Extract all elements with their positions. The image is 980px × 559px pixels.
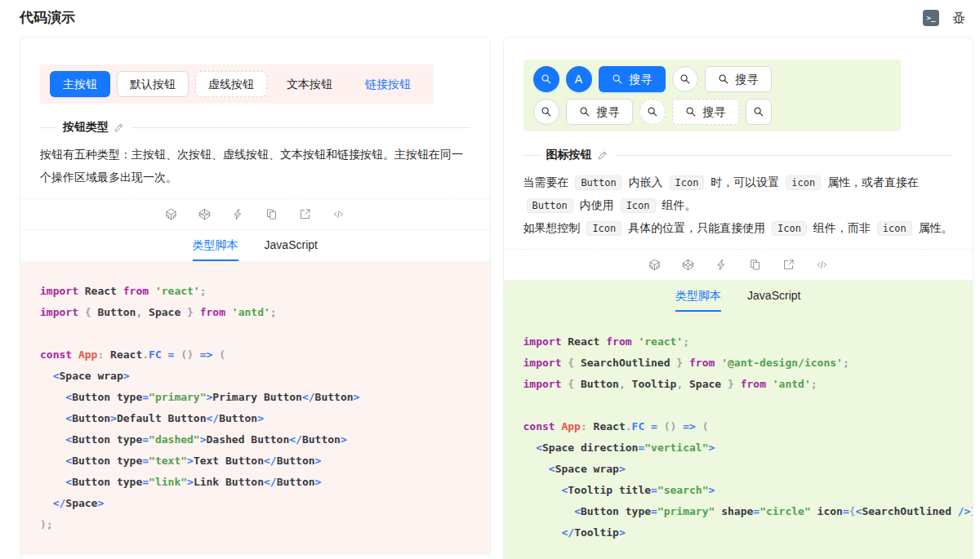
default-circle-search-button[interactable] xyxy=(533,99,559,125)
code-line: const App: React.FC = () => ( xyxy=(40,344,470,366)
inline-code: Button xyxy=(527,198,573,213)
demo-actions xyxy=(504,249,973,280)
code-line: <Button>Default Button</Button> xyxy=(40,408,470,429)
primary-circle-search-button[interactable] xyxy=(533,66,559,92)
inline-code: Button xyxy=(575,175,621,190)
search-icon xyxy=(685,106,697,118)
codesandbox-icon[interactable] xyxy=(165,208,177,220)
search-icon xyxy=(579,106,590,118)
inline-code: Icon xyxy=(586,221,621,236)
code-line: <Button type="text">Text Button</Button> xyxy=(40,450,470,472)
code-line: <Button type="primary" shape="circle" ic… xyxy=(523,501,954,522)
button-label: 主按钮 xyxy=(63,78,97,90)
copy-icon[interactable] xyxy=(749,259,761,271)
code-block-typescript: import React from 'react';import { Searc… xyxy=(504,312,973,559)
page-header: 代码演示 >_ xyxy=(0,0,980,37)
primary-circle-a-button[interactable]: A xyxy=(566,66,592,92)
tab-typescript[interactable]: 类型脚本 xyxy=(675,281,721,312)
dashed-button[interactable]: 虚线按钮 xyxy=(195,71,267,97)
code-icon[interactable] xyxy=(816,259,828,271)
inline-code: Icon xyxy=(621,198,656,213)
dashed-search-button[interactable]: 搜寻 xyxy=(672,99,739,125)
code-line: <Tooltip title="search"> xyxy=(523,480,954,501)
inline-code: icon xyxy=(786,175,821,190)
button-label: 搜寻 xyxy=(736,73,759,85)
dashed-circle-search-button[interactable] xyxy=(639,99,666,125)
inline-code: Icon xyxy=(670,175,705,190)
code-line: ); xyxy=(40,514,470,535)
demo-meta-title-row: 按钮类型 xyxy=(40,118,470,136)
default-search-button[interactable]: 搜寻 xyxy=(566,99,633,125)
page-title: 代码演示 xyxy=(20,8,75,27)
search-icon xyxy=(679,73,691,85)
tab-javascript[interactable]: JavaScript xyxy=(265,230,318,261)
code-line: import { Button, Space } from 'antd'; xyxy=(40,302,470,323)
terminal-icon[interactable]: >_ xyxy=(923,10,939,26)
primary-search-button[interactable]: 搜寻 xyxy=(599,66,666,92)
text-button[interactable]: 文本按钮 xyxy=(274,71,345,97)
code-tabs: 类型脚本JavaScript xyxy=(504,280,973,312)
bug-icon[interactable] xyxy=(951,10,967,26)
button-label: 搜寻 xyxy=(597,106,620,118)
demo-button-row: 主按钮默认按钮虚线按钮文本按钮链接按钮 xyxy=(50,71,424,97)
code-line: <Button type="dashed">Dashed Button</But… xyxy=(40,429,470,450)
search-icon xyxy=(541,73,552,85)
code-icon[interactable] xyxy=(332,208,345,220)
demo-area-icon-button: A搜寻搜寻搜寻搜寻 xyxy=(523,60,901,131)
code-line: <Space wrap> xyxy=(40,366,470,387)
default-search-button[interactable]: 搜寻 xyxy=(705,66,772,92)
edit-icon[interactable] xyxy=(595,149,615,161)
demo-title: 图标按钮 xyxy=(540,148,595,162)
link-button[interactable]: 链接按钮 xyxy=(352,71,424,97)
edit-icon[interactable] xyxy=(112,122,131,133)
code-line: <Space wrap> xyxy=(523,459,954,480)
search-icon xyxy=(647,106,658,118)
default-square-search-button[interactable] xyxy=(746,99,772,125)
demo-grid: 主按钮默认按钮虚线按钮文本按钮链接按钮 按钮类型 按钮有五种类型：主按钮、次按钮… xyxy=(0,37,980,559)
code-line: import React from 'react'; xyxy=(523,331,954,353)
demo-description: 按钮有五种类型：主按钮、次按钮、虚线按钮、文本按钮和链接按钮。主按钮在同一个操作… xyxy=(20,136,490,198)
button-label: 文本按钮 xyxy=(287,78,332,90)
description-paragraph: 如果想控制 Icon 具体的位置，只能直接使用 Icon 组件，而非 icon … xyxy=(523,216,954,239)
code-line: import { Button, Tooltip, Space } from '… xyxy=(523,374,954,395)
demo-button-row: A搜寻搜寻 xyxy=(533,66,891,92)
thunderbolt-icon[interactable] xyxy=(715,259,728,271)
code-line: <Button type="link">Link Button</Button> xyxy=(40,472,470,493)
button-label: 搜寻 xyxy=(630,73,653,85)
codepen-icon[interactable] xyxy=(682,259,694,271)
demo-card-icon-button: A搜寻搜寻搜寻搜寻 图标按钮 当需要在 Button 内嵌入 Icon 时，可以… xyxy=(503,37,974,559)
codesandbox-icon[interactable] xyxy=(648,259,661,271)
description-paragraph: 按钮有五种类型：主按钮、次按钮、虚线按钮、文本按钮和链接按钮。主按钮在同一个操作… xyxy=(40,143,470,189)
inline-code: Icon xyxy=(772,221,807,236)
tab-javascript[interactable]: JavaScript xyxy=(747,281,800,312)
button-label: A xyxy=(575,73,582,85)
code-line: <Space direction="vertical"> xyxy=(523,437,954,459)
primary-button[interactable]: 主按钮 xyxy=(50,71,110,97)
button-label: 链接按钮 xyxy=(365,78,411,90)
demo-card-button-type: 主按钮默认按钮虚线按钮文本按钮链接按钮 按钮类型 按钮有五种类型：主按钮、次按钮… xyxy=(20,37,491,559)
button-label: 默认按钮 xyxy=(130,78,176,90)
button-label: 搜寻 xyxy=(703,106,726,118)
codepen-icon[interactable] xyxy=(198,208,211,220)
search-icon xyxy=(612,73,623,85)
tab-typescript[interactable]: 类型脚本 xyxy=(193,230,238,261)
code-line xyxy=(40,323,470,344)
copy-icon[interactable] xyxy=(265,208,278,220)
code-line: import React from 'react'; xyxy=(40,281,470,302)
code-line: const App: React.FC = () => ( xyxy=(523,416,954,437)
thunderbolt-icon[interactable] xyxy=(232,208,244,220)
demo-button-row: 搜寻搜寻 xyxy=(533,99,891,125)
header-icons: >_ xyxy=(923,10,967,26)
demo-actions xyxy=(20,198,490,229)
default-circle-search-button[interactable] xyxy=(672,66,698,92)
default-button[interactable]: 默认按钮 xyxy=(117,71,189,97)
code-line: import { SearchOutlined } from '@ant-des… xyxy=(523,353,954,374)
external-link-icon[interactable] xyxy=(299,208,311,220)
search-icon xyxy=(753,106,764,118)
external-link-icon[interactable] xyxy=(782,259,795,271)
code-tabs: 类型脚本JavaScript xyxy=(20,229,490,261)
code-section: 类型脚本JavaScript import React from 'react'… xyxy=(504,280,973,559)
code-line: <Button type="primary">Primary Button</B… xyxy=(40,387,470,408)
demo-description: 当需要在 Button 内嵌入 Icon 时，可以设置 icon 属性，或者直接… xyxy=(504,164,973,249)
search-icon xyxy=(541,106,552,118)
